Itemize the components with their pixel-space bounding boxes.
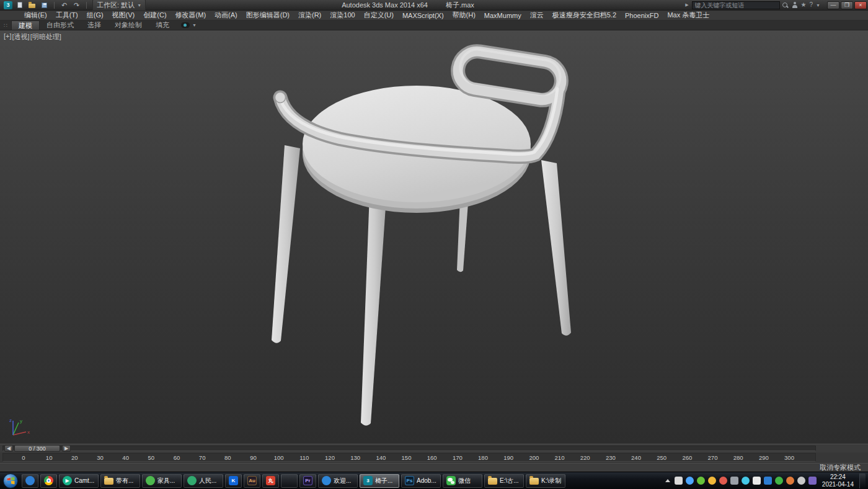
tray-icon[interactable] bbox=[730, 477, 738, 485]
taskbar-item-jiaju[interactable]: 家具... bbox=[142, 474, 182, 488]
show-desktop-button[interactable] bbox=[859, 473, 866, 488]
search-icon[interactable] bbox=[782, 2, 789, 9]
taskbar-item-label: Camt... bbox=[74, 477, 94, 484]
menu-item[interactable]: 渲染100 bbox=[326, 11, 359, 20]
tray-icon[interactable] bbox=[708, 477, 716, 485]
tray-icon[interactable] bbox=[675, 477, 683, 485]
ribbon-tab-自由形式[interactable]: 自由形式 bbox=[40, 20, 81, 30]
favorites-star-icon[interactable]: ★ bbox=[801, 2, 807, 8]
menu-item[interactable]: 编辑(E) bbox=[20, 11, 51, 20]
maximize-button[interactable]: ❐ bbox=[841, 1, 853, 9]
folder-icon bbox=[488, 478, 497, 485]
taskbar-item-browser[interactable] bbox=[40, 474, 57, 488]
menu-item[interactable]: 视图(V) bbox=[108, 11, 140, 20]
track-bar-tick: 280 bbox=[733, 454, 743, 461]
next-frame-button[interactable]: ▶ bbox=[62, 445, 71, 452]
tray-icon[interactable] bbox=[786, 477, 794, 485]
ribbon-tab-选择[interactable]: 选择 bbox=[81, 20, 108, 30]
taskbar-clock[interactable]: 22:24 2021-04-14 bbox=[822, 473, 854, 488]
chair-model[interactable] bbox=[0, 30, 868, 444]
start-button[interactable] bbox=[3, 473, 18, 488]
menu-item[interactable]: 渲云 bbox=[526, 11, 548, 20]
menu-item[interactable]: 帮助(H) bbox=[448, 11, 480, 20]
menu-item[interactable]: MaxMummy bbox=[480, 12, 526, 19]
previous-frame-button[interactable]: ◀ bbox=[4, 445, 13, 452]
cancel-expert-mode-button[interactable]: 取消专家模式 bbox=[816, 463, 864, 472]
taskbar-item-app1[interactable] bbox=[22, 474, 38, 488]
undo-icon[interactable]: ↶ bbox=[60, 1, 69, 9]
taskbar: ▶Camt...带有...家具...人民...KAu丸Pr欢迎...3椅子...… bbox=[0, 472, 868, 489]
taskbar-item-3dsmax[interactable]: 3椅子... bbox=[360, 474, 399, 488]
time-slider-track[interactable] bbox=[2, 446, 816, 451]
track-bar-tick: 160 bbox=[427, 454, 437, 461]
viewport-label-segment[interactable]: [透视] bbox=[12, 32, 30, 42]
redo-icon[interactable]: ↷ bbox=[72, 1, 81, 9]
menu-item[interactable]: 渲染(R) bbox=[294, 11, 326, 20]
tray-icon[interactable] bbox=[697, 477, 705, 485]
ribbon-tab-对象绘制[interactable]: 对象绘制 bbox=[108, 20, 149, 30]
track-bar[interactable]: 0102030405060708090100110120130140150160… bbox=[0, 452, 868, 463]
ribbon-tab-建模[interactable]: 建模 bbox=[11, 20, 40, 30]
taskbar-item-audition[interactable]: Au bbox=[244, 474, 260, 488]
open-file-icon[interactable] bbox=[27, 1, 37, 9]
menu-item[interactable]: 工具(T) bbox=[51, 11, 82, 20]
taskbar-item-tiles[interactable] bbox=[281, 474, 298, 488]
ribbon-tab-填充[interactable]: 填充 bbox=[149, 20, 176, 30]
track-bar-tick: 30 bbox=[97, 454, 104, 461]
workspace-selector[interactable]: 工作区: 默认 ▼ bbox=[92, 0, 146, 11]
taskbar-item-wan[interactable]: 丸 bbox=[262, 474, 279, 488]
help-icon[interactable]: ? bbox=[810, 2, 813, 8]
save-file-icon[interactable] bbox=[40, 1, 49, 9]
viewport-label-segment[interactable]: [明暗处理] bbox=[30, 32, 61, 42]
ribbon-options-icon[interactable] bbox=[181, 22, 190, 28]
taskbar-item-renmin[interactable]: 人民... bbox=[184, 474, 223, 488]
minimize-button[interactable]: — bbox=[827, 1, 839, 9]
track-bar-tick: 290 bbox=[759, 454, 769, 461]
signin-icon[interactable] bbox=[792, 2, 798, 9]
tray-icon[interactable] bbox=[764, 477, 772, 485]
menu-item[interactable]: PhoenixFD bbox=[621, 12, 663, 19]
ribbon-minimize-icon[interactable]: ▼ bbox=[192, 23, 197, 27]
tray-icon[interactable] bbox=[719, 477, 727, 485]
taskbar-item-camtasia[interactable]: ▶Camt... bbox=[59, 474, 99, 488]
blue-app-icon bbox=[25, 476, 35, 485]
track-bar-tick: 230 bbox=[606, 454, 616, 461]
tray-icon[interactable] bbox=[808, 477, 817, 485]
taskbar-item-folder-e[interactable]: E:\古... bbox=[484, 474, 524, 488]
taskbar-item-k[interactable]: K bbox=[225, 474, 242, 488]
search-flyout-icon[interactable]: ▶ bbox=[685, 2, 688, 7]
time-slider-handle[interactable]: 0 / 300 bbox=[14, 445, 60, 452]
menu-item[interactable]: 自定义(U) bbox=[360, 11, 398, 20]
search-input[interactable] bbox=[692, 1, 780, 9]
new-file-icon[interactable] bbox=[15, 1, 24, 9]
close-button[interactable]: × bbox=[854, 1, 867, 9]
tray-icon[interactable] bbox=[742, 477, 750, 485]
menu-item[interactable]: 极速瘦身安全归档5.2 bbox=[548, 11, 621, 20]
tray-expand-icon[interactable] bbox=[665, 479, 670, 482]
menu-item[interactable]: 动画(A) bbox=[210, 11, 242, 20]
taskbar-item-photoshop[interactable]: PsAdob... bbox=[401, 474, 441, 488]
track-bar-tick: 180 bbox=[478, 454, 488, 461]
menu-item[interactable]: 创建(C) bbox=[139, 11, 170, 20]
tray-icon[interactable] bbox=[686, 477, 694, 485]
menu-item[interactable]: 图形编辑器(D) bbox=[242, 11, 294, 20]
taskbar-item-wechat[interactable]: 微信 bbox=[443, 474, 482, 488]
menu-item[interactable]: Max 杀毒卫士 bbox=[663, 11, 714, 20]
menu-item[interactable]: 组(G) bbox=[82, 11, 108, 20]
taskbar-item-premiere[interactable]: Pr bbox=[299, 474, 316, 488]
menu-item[interactable]: MAXScript(X) bbox=[398, 12, 448, 19]
clock-date: 2021-04-14 bbox=[822, 481, 854, 488]
track-bar-tick: 90 bbox=[250, 454, 257, 461]
ribbon-grip-icon[interactable]: ∷ bbox=[0, 20, 11, 30]
menu-item[interactable]: 修改器(M) bbox=[171, 11, 211, 20]
perspective-viewport[interactable]: [+][透视][明暗处理] bbox=[0, 30, 868, 444]
taskbar-item-welcome[interactable]: 欢迎... bbox=[318, 474, 358, 488]
taskbar-item-folder-k[interactable]: K:\录制 bbox=[526, 474, 565, 488]
taskbar-item-folder-1[interactable]: 带有... bbox=[100, 474, 140, 488]
tray-icon[interactable] bbox=[797, 477, 805, 485]
app-logo-icon[interactable]: 3 bbox=[4, 1, 12, 9]
track-bar-tick: 190 bbox=[503, 454, 513, 461]
tray-icon[interactable] bbox=[753, 477, 761, 485]
viewport-label-segment[interactable]: [+] bbox=[4, 32, 12, 42]
tray-icon[interactable] bbox=[775, 477, 783, 485]
